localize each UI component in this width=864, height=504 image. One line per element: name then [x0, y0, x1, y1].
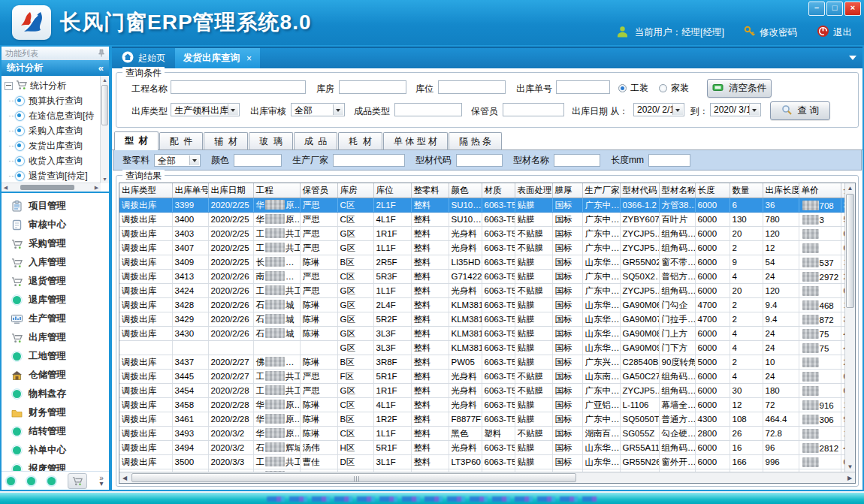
table-row[interactable]: 调拨出库34372020/2/27佛…陈琳B区3R8F整料PW056063-T5…: [119, 355, 855, 370]
material-tab[interactable]: 配 件: [159, 132, 204, 149]
material-tab[interactable]: 型 材: [114, 131, 159, 150]
order-no-input[interactable]: [556, 80, 610, 94]
logout-link[interactable]: 退出: [817, 25, 852, 40]
table-row[interactable]: 调拨出库34942020/3/2石辉城汤伟H区5R1F整料光身料6063-T5贴…: [119, 441, 855, 455]
grid-horizontal-scrollbar[interactable]: ◀ ▶: [119, 472, 855, 483]
product-type-input[interactable]: [394, 103, 462, 116]
material-tab[interactable]: 成 品: [294, 132, 338, 149]
tree-vertical-scrollbar[interactable]: ▲ ▼: [100, 76, 109, 183]
scroll-up-icon[interactable]: ▲: [845, 183, 855, 193]
maximize-button[interactable]: □: [826, 2, 843, 16]
column-header[interactable]: 数量: [730, 183, 763, 198]
scroll-right-icon[interactable]: ▶: [844, 475, 855, 481]
location-input[interactable]: [438, 80, 506, 94]
material-tab[interactable]: 单 体 型 材: [383, 132, 448, 149]
tree-horizontal-scrollbar[interactable]: ◀ ▶: [2, 183, 101, 192]
jiazhuang-radio[interactable]: 家装: [659, 82, 689, 95]
column-header[interactable]: 整零料: [411, 183, 449, 198]
sidebar-item-退库管理[interactable]: 退库管理: [2, 291, 109, 309]
table-row[interactable]: 调拨出库34612020/2/28华原…陈琳B区1R2F整料F8877FT606…: [119, 412, 855, 427]
table-row[interactable]: 调拨出库34582020/2/28华原…陈琳C区4L1F整料光身料6063-T5…: [119, 398, 855, 412]
tree-item[interactable]: 收货入库查询: [5, 153, 100, 168]
table-row[interactable]: 调拨出库35102020/3/4工共工程陈琳F区5R1F整料光身料6063-T5…: [119, 469, 855, 472]
sidebar-item-出库管理[interactable]: 出库管理: [2, 328, 109, 347]
collapsed-module-icon[interactable]: [27, 477, 35, 485]
table-row[interactable]: 调拨出库33992020/2/25华原…严思C区2L1F整料SU10…6063-…: [119, 198, 855, 213]
column-header[interactable]: 膜厚: [552, 183, 582, 198]
date-to-picker[interactable]: 2020/ 3/16: [710, 103, 761, 116]
tree-item[interactable]: 在途信息查询[待: [5, 108, 100, 123]
scroll-thumb[interactable]: [846, 194, 854, 308]
material-tab[interactable]: 隔 热 条: [449, 132, 502, 149]
table-row[interactable]: 调拨出库34242020/2/26工共工程严思G区1L1F整料光身料6063-T…: [119, 284, 855, 298]
table-row[interactable]: 调拨出库34132020/2/26南…严思C区5R3F整料G714226063-…: [119, 270, 855, 284]
sidebar-item-财务管理[interactable]: 财务管理: [2, 403, 109, 422]
chevron-down-icon[interactable]: [228, 104, 238, 115]
column-header[interactable]: 出库长度: [763, 183, 799, 198]
scroll-left-icon[interactable]: ◀: [2, 185, 10, 191]
column-header[interactable]: 颜色: [449, 183, 482, 198]
chevron-down-icon[interactable]: [672, 104, 683, 115]
tab-list-dropdown-icon[interactable]: [849, 56, 856, 64]
tab-close-icon[interactable]: ×: [246, 53, 252, 64]
chevron-down-icon[interactable]: [333, 104, 343, 115]
column-header[interactable]: 库位: [373, 183, 411, 198]
radio-selected-icon[interactable]: [618, 84, 627, 92]
profile-name-input[interactable]: [554, 154, 600, 167]
sidebar-item-项目管理[interactable]: 项目管理: [2, 197, 109, 216]
collapsed-module-icon[interactable]: [7, 477, 15, 485]
outbound-type-select[interactable]: 生产领料出库: [171, 103, 240, 116]
tree-root[interactable]: 统计分析: [5, 78, 100, 93]
sidebar-item-生产管理[interactable]: 生产管理: [2, 309, 109, 328]
material-tab[interactable]: 辅 材: [204, 132, 248, 149]
pin-icon[interactable]: [98, 49, 105, 59]
column-header[interactable]: 出库单号: [172, 183, 208, 198]
color-input[interactable]: [234, 154, 282, 167]
table-row[interactable]: 调拨出库34452020/2/27工共工程严思F区5R1F整料光身料6063-T…: [119, 370, 855, 384]
scroll-down-icon[interactable]: ▼: [845, 462, 855, 472]
scroll-track[interactable]: [130, 472, 844, 483]
chevron-down-icon[interactable]: [189, 155, 199, 165]
column-header[interactable]: 长度: [695, 183, 730, 198]
minimize-button[interactable]: –: [808, 2, 825, 16]
column-header[interactable]: 单价: [799, 183, 841, 198]
chevron-down-icon[interactable]: [749, 104, 760, 115]
scroll-thumb[interactable]: [131, 473, 576, 482]
table-row[interactable]: 调拨出库34292020/2/26石城陈琳G区5R2F整料KLM38176063…: [119, 312, 855, 327]
tree-expander-icon[interactable]: [5, 82, 13, 90]
table-row[interactable]: 调拨出库34072020/2/25工共工程严思G区1L1F整料光身料6063-T…: [119, 241, 855, 255]
scroll-right-icon[interactable]: ▶: [92, 185, 101, 191]
tree-item[interactable]: 发货出库查询: [5, 138, 100, 153]
cart-module-button[interactable]: [68, 473, 87, 489]
column-header[interactable]: 出库类型: [119, 183, 172, 198]
column-header[interactable]: 工程: [253, 183, 300, 198]
column-header[interactable]: 生产厂家: [582, 183, 620, 198]
length-input[interactable]: [648, 154, 690, 167]
tree-item[interactable]: 退货查询[待定]: [5, 168, 100, 183]
table-row[interactable]: 调拨出库34032020/2/25工共工程严思G区1R1F整料光身料6063-T…: [119, 227, 855, 241]
warehouse-input[interactable]: [339, 80, 406, 94]
profile-code-input[interactable]: [456, 154, 503, 167]
material-tab[interactable]: 耗 材: [338, 132, 382, 149]
sidebar-item-退货管理[interactable]: 退货管理: [2, 272, 109, 291]
column-header[interactable]: 表面处理: [515, 183, 552, 198]
tab-home[interactable]: 起始页: [112, 48, 175, 68]
sidebar-item-仓储管理[interactable]: 仓储管理: [2, 366, 109, 385]
tree-item[interactable]: 预算执行查询: [5, 93, 100, 108]
sidebar-item-采购管理[interactable]: 采购管理: [2, 234, 109, 253]
sidebar-item-补单中心[interactable]: 补单中心: [2, 441, 109, 460]
sidebar-item-报废管理[interactable]: 报废管理: [2, 460, 109, 471]
table-row[interactable]: 调拨出库34542020/2/28工共工程严思G区1R1F整料光身料6063-T…: [119, 384, 855, 398]
table-row[interactable]: 调拨出库34002020/2/25华原…严思C区4L1F整料SU10…6063-…: [119, 213, 855, 227]
more-modules-button[interactable]: »▾: [99, 475, 104, 486]
scroll-left-icon[interactable]: ◀: [119, 475, 130, 481]
maker-input[interactable]: [333, 154, 405, 167]
table-row[interactable]: 调拨出库34282020/2/26石城陈琳G区2L4F整料KLM38176063…: [119, 298, 855, 312]
scroll-thumb[interactable]: [20, 185, 74, 190]
whole-part-select[interactable]: 全部: [154, 154, 201, 167]
date-from-picker[interactable]: 2020/ 2/16: [633, 103, 684, 116]
tab-outbound-query[interactable]: 发货出库查询 ×: [175, 48, 260, 68]
collapsed-module-icon[interactable]: [47, 477, 56, 485]
radio-unselected-icon[interactable]: [659, 84, 667, 92]
project-name-input[interactable]: [171, 80, 306, 94]
